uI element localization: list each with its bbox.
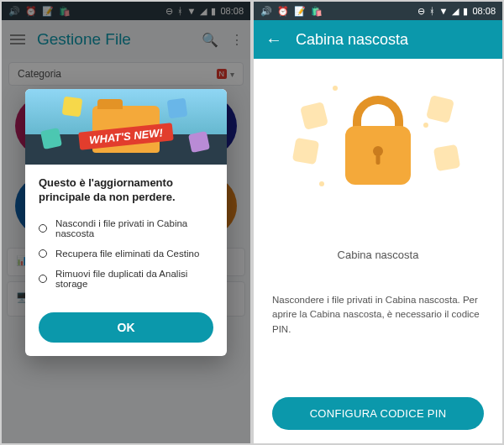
hero-tile-icon	[188, 131, 210, 153]
whats-new-modal: WHAT'S NEW! Questo è l'aggiornamento pri…	[25, 89, 227, 356]
note-icon: 📝	[294, 6, 306, 17]
modal-title: Questo è l'aggiornamento principale da n…	[39, 176, 213, 205]
bullet-icon	[39, 224, 47, 233]
dnd-icon: ⊖	[417, 6, 425, 17]
feature-item: Recupera file eliminati da Cestino	[39, 243, 213, 264]
appbar: ← Cabina nascosta	[254, 20, 502, 59]
feature-item: Nascondi i file privati in Cabina nascos…	[39, 213, 213, 243]
feature-text: Recupera file eliminati da Cestino	[55, 249, 199, 259]
file-icon	[426, 95, 454, 123]
sparkle-icon	[333, 86, 338, 91]
battery-icon: ▮	[463, 6, 468, 17]
file-icon	[433, 144, 460, 171]
clock: 08:08	[472, 6, 496, 16]
sparkle-icon	[423, 123, 428, 128]
file-icon	[292, 138, 319, 165]
keyhole-icon	[373, 146, 383, 156]
bluetooth-icon: ᚼ	[429, 6, 435, 16]
hero-tile-icon	[167, 98, 188, 119]
modal-hero: WHAT'S NEW!	[25, 89, 227, 165]
feature-text: Rimuovi file duplicati da Analisi storag…	[55, 269, 213, 289]
shop-icon: 🛍️	[311, 6, 323, 17]
configure-pin-button[interactable]: CONFIGURA CODICE PIN	[272, 397, 484, 430]
section-title: Cabina nascosta	[338, 249, 419, 261]
signal-icon: ◢	[452, 6, 459, 17]
lock-illustration	[294, 81, 462, 207]
feature-text: Nascondi i file privati in Cabina nascos…	[55, 218, 213, 238]
volume-icon: 🔊	[260, 6, 272, 17]
bullet-icon	[39, 249, 47, 258]
section-description: Nascondere i file privati in Cabina nasc…	[272, 293, 484, 337]
hidden-cabin-body: Cabina nascosta Nascondere i file privat…	[254, 59, 502, 443]
sparkle-icon	[319, 181, 324, 186]
wifi-icon: ▼	[439, 6, 449, 16]
statusbar: 🔊 ⏰ 📝 🛍️ ⊖ ᚼ ▼ ◢ ▮ 08:08	[254, 2, 502, 20]
bullet-icon	[39, 275, 47, 283]
hero-tile-icon	[62, 97, 83, 118]
back-icon[interactable]: ←	[265, 30, 282, 50]
page-title: Cabina nascosta	[296, 31, 408, 49]
phone-right: 🔊 ⏰ 📝 🛍️ ⊖ ᚼ ▼ ◢ ▮ 08:08 ← Cabina nascos…	[254, 2, 502, 443]
feature-item: Rimuovi file duplicati da Analisi storag…	[39, 264, 213, 294]
ok-button[interactable]: OK	[39, 312, 213, 343]
modal-overlay: WHAT'S NEW! Questo è l'aggiornamento pri…	[2, 2, 250, 443]
file-icon	[300, 102, 328, 130]
hero-tile-icon	[40, 128, 62, 149]
alarm-icon: ⏰	[277, 6, 289, 17]
phone-left: 🔊 ⏰ 📝 🛍️ ⊖ ᚼ ▼ ◢ ▮ 08:08 Gestione File 🔍…	[2, 2, 250, 443]
